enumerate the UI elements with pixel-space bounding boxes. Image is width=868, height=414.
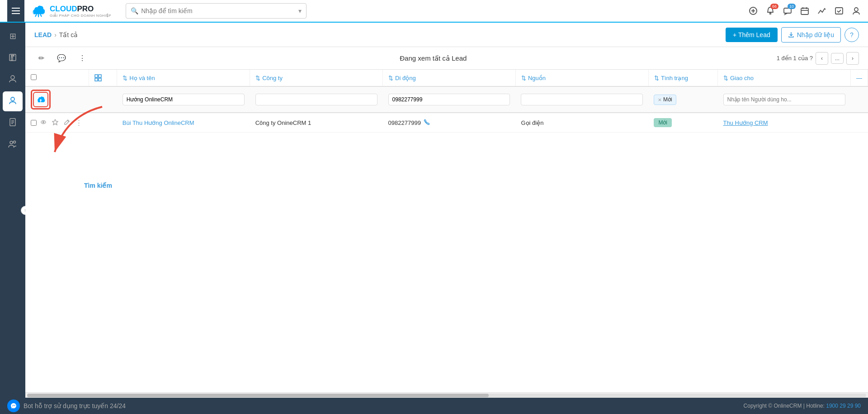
th-cong-ty[interactable]: ⇅ Công ty — [250, 70, 383, 86]
calendar-button[interactable] — [800, 6, 809, 15]
th-nguon[interactable]: ⇅ Nguồn — [515, 70, 648, 86]
filter-giao-cho-cell — [718, 86, 851, 113]
filter-search-button[interactable] — [33, 92, 48, 107]
main-layout: ⊞ › — [0, 23, 868, 398]
message-badge: 10 — [788, 4, 796, 9]
filter-di-dong-input[interactable] — [388, 94, 510, 105]
sidebar-item-people[interactable] — [3, 135, 23, 155]
people-icon — [8, 139, 17, 151]
hotline: 1900 29 29 90 — [826, 403, 861, 409]
filter-ho-va-ten-input[interactable] — [123, 94, 245, 105]
chart-button[interactable] — [817, 6, 826, 15]
svg-point-22 — [10, 141, 13, 144]
select-all-checkbox[interactable] — [31, 74, 37, 80]
messenger-text: Bot hỗ trợ sử dụng trực tuyến 24/24 — [24, 402, 126, 409]
breadcrumb: LEAD › Tất cả — [34, 31, 78, 38]
filter-checkbox-cell — [25, 86, 89, 113]
svg-point-16 — [11, 76, 14, 79]
pagination-prev[interactable]: ‹ — [816, 52, 828, 65]
add-lead-label: + Thêm Lead — [733, 31, 770, 38]
sidebar-item-home[interactable]: ⊞ — [3, 26, 23, 46]
row-more-button[interactable]: ⋮ — [75, 118, 83, 128]
svg-rect-25 — [99, 75, 101, 77]
filter-nguon-input[interactable] — [521, 94, 643, 105]
home-icon: ⊞ — [9, 31, 16, 41]
filter-layout-cell — [89, 86, 117, 113]
pagination-next[interactable]: › — [846, 52, 859, 65]
th-ho-va-ten-sort-icon: ⇅ — [123, 75, 127, 81]
more-icon: ⋮ — [79, 54, 86, 62]
filter-cong-ty-input[interactable] — [255, 94, 377, 105]
sidebar-item-docs[interactable] — [3, 113, 23, 133]
th-cong-ty-label: Công ty — [262, 75, 283, 81]
messenger-icon[interactable] — [7, 400, 20, 412]
search-input[interactable] — [141, 7, 296, 14]
filter-ho-va-ten-cell — [117, 86, 250, 113]
row-checkbox[interactable] — [31, 120, 37, 126]
message-button[interactable]: 10 — [783, 6, 792, 15]
toolbar-title: Đang xem tất cả Lead — [94, 54, 772, 62]
svg-rect-13 — [11, 57, 13, 61]
svg-point-29 — [43, 121, 44, 123]
th-tinh-trang-label: Tình trạng — [661, 75, 688, 81]
svg-rect-14 — [11, 55, 12, 56]
th-giao-cho[interactable]: ⇅ Giao cho — [718, 70, 851, 86]
row-star-button[interactable] — [51, 118, 59, 128]
lead-name-link[interactable]: Bùi Thu Hướng OnlineCRM — [123, 119, 194, 126]
row-cong-ty-cell: Công ty OnineCRM 1 — [250, 113, 383, 133]
docs-icon — [8, 118, 17, 129]
th-ho-va-ten[interactable]: ⇅ Họ và tên — [117, 70, 250, 86]
row-last-cell — [851, 113, 868, 133]
sidebar-item-company[interactable] — [3, 48, 23, 68]
task-button[interactable] — [835, 6, 844, 15]
edit-toolbar-button[interactable]: ✏ — [34, 51, 48, 65]
th-checkbox — [25, 70, 89, 86]
sidebar-item-lead[interactable] — [3, 91, 23, 111]
notification-button[interactable]: 66 — [766, 6, 775, 15]
lead-icon — [8, 96, 17, 107]
more-toolbar-button[interactable]: ⋮ — [75, 51, 90, 65]
layout-icon[interactable] — [94, 74, 102, 81]
table-area: ⇅ Họ và tên ⇅ Công ty ⇅ — [25, 70, 868, 392]
row-view-button[interactable] — [39, 118, 47, 128]
sidebar-item-contacts[interactable] — [3, 70, 23, 90]
bottom-bar: Bot hỗ trợ sử dụng trực tuyến 24/24 Copy… — [0, 398, 868, 414]
svg-rect-26 — [95, 78, 98, 81]
breadcrumb-separator: › — [54, 31, 57, 38]
svg-rect-24 — [95, 75, 98, 77]
filter-search-icon — [36, 95, 45, 104]
filter-tag-remove[interactable]: × — [658, 96, 661, 103]
hamburger-menu-button[interactable] — [7, 0, 24, 22]
scrollbar-thumb[interactable] — [27, 394, 489, 397]
pagination-more[interactable]: ... — [831, 53, 844, 64]
th-tinh-trang-sort-icon: ⇅ — [654, 75, 659, 81]
logo: CLOUDPRO GIẢI PHÁP CHO DOANH NGHIỆP — [30, 2, 111, 19]
row-edit-button[interactable] — [63, 118, 71, 128]
add-lead-button[interactable]: + Thêm Lead — [726, 28, 778, 42]
row-ho-va-ten-cell: Bùi Thu Hướng OnlineCRM — [117, 113, 250, 133]
th-di-dong[interactable]: ⇅ Di động — [383, 70, 516, 86]
help-button[interactable]: ? — [844, 28, 859, 42]
breadcrumb-lead[interactable]: LEAD — [34, 31, 52, 38]
th-tinh-trang[interactable]: ⇅ Tình trạng — [648, 70, 717, 86]
building-icon — [8, 52, 17, 64]
notification-badge: 66 — [770, 4, 778, 9]
header-bar: LEAD › Tất cả + Thêm Lead Nhập dữ liệu ? — [25, 23, 868, 47]
top-navigation: CLOUDPRO GIẢI PHÁP CHO DOANH NGHIỆP 🔍 ▾ … — [0, 0, 868, 23]
th-layout — [89, 70, 117, 86]
row-di-dong: 0982277999 — [388, 119, 421, 126]
filter-tinh-trang-cell: × Mới — [648, 86, 717, 113]
svg-rect-6 — [801, 8, 808, 14]
th-giao-cho-label: Giao cho — [730, 75, 754, 81]
comment-toolbar-button[interactable]: 💬 — [53, 51, 70, 65]
add-button[interactable] — [749, 6, 758, 15]
contacts-icon — [8, 74, 17, 86]
svg-point-17 — [11, 97, 14, 101]
phone-icon — [424, 119, 430, 127]
user-button[interactable] — [852, 6, 861, 15]
import-button[interactable]: Nhập dữ liệu — [781, 27, 841, 43]
filter-giao-cho-input[interactable] — [723, 94, 845, 105]
giao-cho-link[interactable]: Thu Hướng CRM — [723, 119, 768, 126]
search-dropdown-arrow[interactable]: ▾ — [298, 7, 302, 14]
search-bar: 🔍 ▾ — [126, 3, 307, 19]
